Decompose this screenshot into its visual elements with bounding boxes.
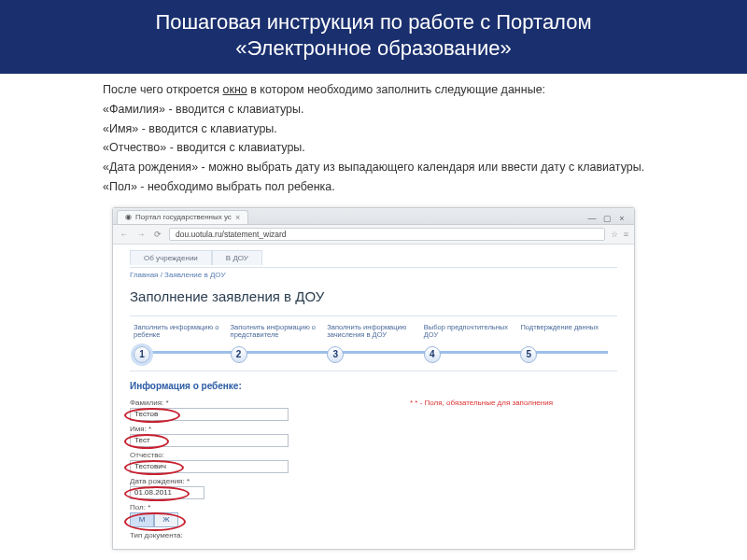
step-3-label: Заполнить информацию зачисления в ДОУ [327,324,422,346]
intro-suffix: в котором необходимо заполнить следующие… [247,83,545,96]
label-dob: Дата рождения: * [130,477,617,485]
step-5-circle: 5 [520,346,537,363]
wizard-step-2[interactable]: Заполнить информацию о представителе 2 [229,324,326,363]
browser-window: ◉ Портал государственных ус × — ▢ × ← → … [112,207,635,550]
row-name: Имя: * [130,425,617,447]
browser-tabbar: ◉ Портал государственных ус × — ▢ × [113,208,634,225]
instr-surname: «Фамилия» - вводится с клавиатуры. [103,101,682,119]
step-2-circle: 2 [231,346,247,363]
globe-icon: ◉ [125,213,132,221]
row-surname: Фамилия: * [130,399,617,421]
label-patronymic: Отчество: [130,451,617,459]
gender-m-button[interactable]: М [130,512,154,527]
wizard-step-5[interactable]: Подтверждение данных 5 [518,324,615,363]
input-patronymic[interactable] [130,460,289,473]
gender-f-button[interactable]: Ж [154,512,178,527]
wizard-step-1[interactable]: Заполнить информацию о ребенке 1 [132,324,229,363]
row-patronymic: Отчество: [130,451,617,473]
step-4-label: Выбор предпочтительных ДОУ [424,324,519,346]
url-field[interactable]: dou.uotula.ru/statement_wizard [169,228,605,241]
section-head-child-info: Информация о ребенке: [130,381,617,391]
corner-decoration [4,6,63,50]
maximize-icon[interactable]: ▢ [600,213,613,224]
instr-patronymic: «Отчество» - вводится с клавиатуры. [103,139,682,157]
instr-name: «Имя» - вводится с клавиатуры. [103,120,682,138]
step-5-label: Подтверждение данных [520,324,615,346]
label-doc-type: Тип документа: [130,531,617,539]
input-surname[interactable] [130,408,289,421]
label-surname: Фамилия: * [130,399,617,407]
step-4-circle: 4 [424,346,441,363]
site-tab-about[interactable]: Об учреждении [130,250,212,265]
instr-gender: «Пол» - необходимо выбрать пол ребенка. [103,178,682,196]
window-controls: — ▢ × [585,213,630,224]
instr-dob: «Дата рождения» - можно выбрать дату из … [103,159,682,176]
row-gender: Пол: * М Ж [130,503,617,527]
wizard-step-4[interactable]: Выбор предпочтительных ДОУ 4 [422,324,519,363]
address-bar: ← → ⟳ dou.uotula.ru/statement_wizard ☆ ≡ [113,225,634,245]
back-icon[interactable]: ← [119,229,130,240]
gender-toggle: М Ж [130,512,617,527]
input-name[interactable] [130,434,289,447]
page-title: Заполнение заявления в ДОУ [130,288,617,304]
close-icon[interactable]: × [235,213,240,222]
reload-icon[interactable]: ⟳ [152,229,163,240]
browser-tab[interactable]: ◉ Портал государственных ус × [117,210,248,224]
slide-title: Пошаговая инструкция по работе с Портало… [0,0,747,74]
page-content: Об учреждении В ДОУ Главная / Заявление … [113,245,634,549]
forward-icon[interactable]: → [135,229,147,240]
intro-underlined: окно [222,83,247,96]
intro-prefix: После чего откроется [103,83,222,96]
form-wrap: * * - Поля, обязательные для заполнения … [130,399,617,539]
title-line-2: «Электронное образование» [235,36,511,60]
step-3-circle: 3 [327,346,344,363]
step-1-label: Заполнить информацию о ребенке [134,324,229,346]
addr-extras: ☆ ≡ [611,230,628,239]
label-gender: Пол: * [130,503,617,511]
step-1-circle: 1 [134,346,150,363]
site-tabs: Об учреждении В ДОУ [130,250,617,265]
star-icon[interactable]: ☆ [611,230,618,239]
title-line-1: Пошаговая инструкция по работе с Портало… [155,10,591,34]
site-tab-dou[interactable]: В ДОУ [212,250,262,265]
wizard-step-3[interactable]: Заполнить информацию зачисления в ДОУ 3 [325,324,422,363]
tab-title: Портал государственных ус [135,213,232,221]
close-window-icon[interactable]: × [615,213,628,224]
url-text: dou.uotula.ru/statement_wizard [176,230,287,239]
menu-icon[interactable]: ≡ [624,230,628,239]
instructions-block: После чего откроется окно в котором необ… [0,81,747,203]
wizard-line [139,351,608,354]
breadcrumb[interactable]: Главная / Заявление в ДОУ [130,267,617,287]
minimize-icon[interactable]: — [585,213,599,224]
wizard-steps: Заполнить информацию о ребенке 1 Заполни… [130,315,617,371]
step-2-label: Заполнить информацию о представителе [231,324,326,346]
row-dob: Дата рождения: * [130,477,617,499]
input-dob[interactable] [130,486,204,499]
label-name: Имя: * [130,425,617,433]
